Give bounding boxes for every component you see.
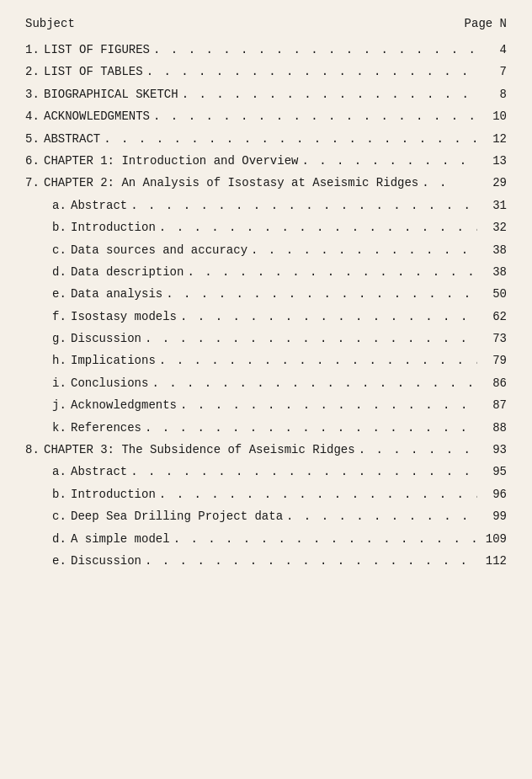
entry-page: 73 (477, 329, 507, 348)
entry-page: 109 (477, 530, 507, 548)
toc-entry: j.Acknowledgments . . . . . . . . . . . … (25, 396, 507, 414)
entry-dots: . . . . . . . . . . . . . . . . . . . . … (145, 329, 477, 348)
entry-text: Data sources and accuracy (71, 241, 247, 259)
entry-text: Introduction (71, 485, 156, 504)
entry-dots: . . . . . . . . . . . . . . . . . . . . … (145, 419, 477, 437)
entry-dots: . . . . . . . . . . . . . . . . . . . . … (159, 218, 477, 237)
entry-page: 31 (477, 196, 507, 215)
entry-page: 38 (477, 263, 507, 281)
entry-page: 96 (477, 485, 507, 504)
entry-subletter: e. (52, 285, 71, 303)
toc-entry: e.Discussion . . . . . . . . . . . . . .… (25, 552, 507, 570)
entry-subletter: c. (52, 241, 71, 259)
entry-dots: . . . . . . . (359, 440, 477, 459)
entry-text: Data description (71, 263, 184, 281)
entry-dots: . . (422, 173, 477, 192)
toc-entry: a.Abstract . . . . . . . . . . . . . . .… (25, 196, 507, 215)
entry-text: BIOGRAPHICAL SKETCH (44, 85, 178, 104)
toc-entry: b.Introduction . . . . . . . . . . . . .… (25, 218, 507, 237)
entry-subletter: a. (52, 196, 71, 215)
entry-subletter: b. (52, 485, 71, 504)
entry-text: References (71, 419, 141, 437)
entry-subletter: g. (52, 329, 71, 348)
entry-text: A simple model (71, 530, 170, 548)
toc-entry: 5.ABSTRACT . . . . . . . . . . . . . . .… (25, 130, 507, 148)
toc-entry: c.Deep Sea Drilling Project data . . . .… (25, 507, 507, 526)
toc-entry: i.Conclusions . . . . . . . . . . . . . … (25, 374, 507, 392)
entry-page: 62 (477, 307, 507, 326)
entry-number: 4. (25, 107, 44, 125)
entry-subletter: d. (52, 263, 71, 281)
entry-dots: . . . . . . . . . . . . . . . . . . . . … (146, 62, 477, 81)
entry-text: Isostasy models (71, 307, 177, 326)
entry-page: 13 (477, 152, 507, 170)
toc-entry: 8.CHAPTER 3: The Subsidence of Aseismic … (25, 440, 507, 459)
entry-subletter: i. (52, 374, 71, 392)
entry-text: Abstract (71, 196, 127, 215)
entry-dots: . . . . . . . . . . . . . . . . . . . . … (152, 374, 477, 392)
entry-dots: . . . . . . . . . . . (286, 507, 477, 526)
entry-page: 86 (477, 374, 507, 392)
entry-number: 3. (25, 85, 44, 104)
entry-subletter: c. (52, 507, 71, 526)
entry-page: 50 (477, 285, 507, 303)
toc-entry: 6.CHAPTER 1: Introduction and Overview .… (25, 152, 507, 170)
toc-entry: 3.BIOGRAPHICAL SKETCH . . . . . . . . . … (25, 85, 507, 104)
entry-subletter: f. (52, 307, 71, 326)
entry-page: 87 (477, 396, 507, 414)
toc-entry: c.Data sources and accuracy . . . . . . … (25, 241, 507, 259)
entry-text: Deep Sea Drilling Project data (71, 507, 283, 526)
entry-number: 2. (25, 62, 44, 81)
entry-text: Conclusions (71, 374, 148, 392)
entry-text: CHAPTER 2: An Analysis of Isostasy at As… (44, 173, 418, 192)
entry-dots: . . . . . . . . . . . . . . . (251, 241, 477, 259)
entry-subletter: d. (52, 530, 71, 548)
entry-page: 95 (477, 462, 507, 481)
entry-number: 6. (25, 152, 44, 170)
toc-header: Subject Page N (25, 17, 507, 34)
entry-number: 5. (25, 130, 44, 148)
toc-entry: h.Implications . . . . . . . . . . . . .… (25, 351, 507, 370)
entry-dots: . . . . . . . . . . . . . . . . . . . . (180, 307, 477, 326)
entry-dots: . . . . . . . . . . . . . . . . . . . . … (153, 107, 477, 125)
entry-page: 112 (477, 552, 507, 570)
toc-entry: 1.LIST OF FIGURES . . . . . . . . . . . … (25, 40, 507, 59)
toc-entry: 7.CHAPTER 2: An Analysis of Isostasy at … (25, 173, 507, 192)
entry-page: 88 (477, 419, 507, 437)
entry-text: Data analysis (71, 285, 162, 303)
toc-entry: a.Abstract . . . . . . . . . . . . . . .… (25, 462, 507, 481)
toc-entry: k.References . . . . . . . . . . . . . .… (25, 419, 507, 437)
subject-label: Subject (25, 17, 75, 30)
entry-text: Introduction (71, 218, 156, 237)
entry-subletter: b. (52, 218, 71, 237)
entry-text: Acknowledgments (71, 396, 177, 414)
entry-page: 12 (477, 130, 507, 148)
toc-container: 1.LIST OF FIGURES . . . . . . . . . . . … (25, 40, 507, 570)
entry-dots: . . . . . . . . . . . . . . . . . . . . (182, 85, 477, 104)
entry-page: 8 (477, 85, 507, 104)
entry-page: 93 (477, 440, 507, 459)
entry-page: 7 (477, 62, 507, 81)
entry-subletter: h. (52, 351, 71, 370)
entry-dots: . . . . . . . . . . . . . . . . . . . . … (104, 130, 477, 148)
entry-page: 29 (477, 173, 507, 192)
entry-dots: . . . . . . . . . . . . . . . . . . . . (180, 396, 477, 414)
entry-text: CHAPTER 1: Introduction and Overview (44, 152, 298, 170)
entry-text: Abstract (71, 462, 127, 481)
entry-dots: . . . . . . . . . . . . . . . . . . . . … (159, 485, 477, 504)
entry-text: LIST OF FIGURES (44, 40, 150, 59)
entry-dots: . . . . . . . . . . . . . . . . . . . . … (153, 40, 477, 59)
entry-number: 1. (25, 40, 44, 59)
entry-page: 79 (477, 351, 507, 370)
entry-text: LIST OF TABLES (44, 62, 143, 81)
entry-page: 10 (477, 107, 507, 125)
entry-page: 38 (477, 241, 507, 259)
toc-entry: d.A simple model . . . . . . . . . . . .… (25, 530, 507, 548)
entry-dots: . . . . . . . . . . . . . . . . . . . . … (130, 462, 477, 481)
page-label: Page N (465, 17, 507, 30)
entry-number: 8. (25, 440, 44, 459)
entry-page: 4 (477, 40, 507, 59)
entry-dots: . . . . . . . . . . . . . . . . . . . . … (145, 552, 477, 570)
entry-dots: . . . . . . . . . . . . . . . . . . . . (173, 530, 477, 548)
entry-subletter: a. (52, 462, 71, 481)
